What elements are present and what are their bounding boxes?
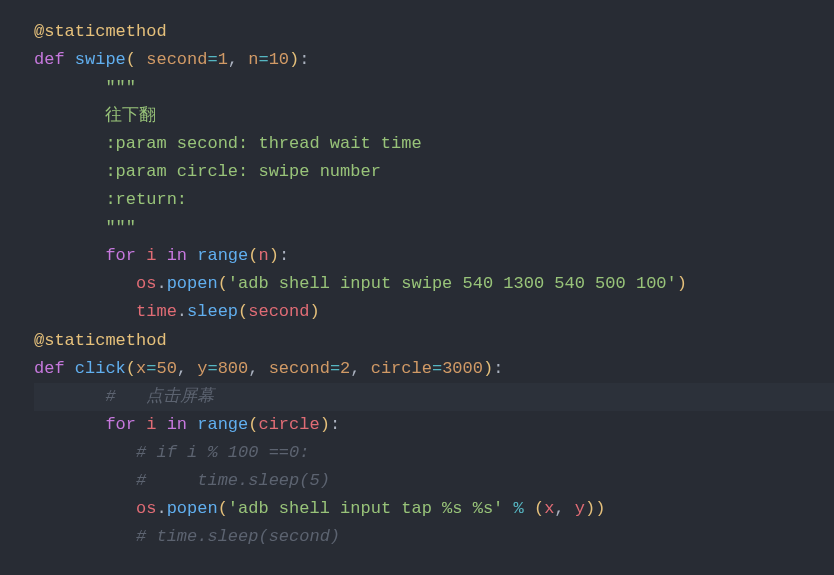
comment: # time.sleep(second)	[136, 527, 340, 546]
code-line[interactable]: os.popen('adb shell input swipe 540 1300…	[34, 270, 834, 298]
code-line[interactable]: os.popen('adb shell input tap %s %s' % (…	[34, 495, 834, 523]
decorator: @staticmethod	[34, 331, 167, 350]
code-line[interactable]: # time.sleep(5)	[34, 467, 834, 495]
decorator: @staticmethod	[34, 22, 167, 41]
docstring-text: :param second: thread wait time	[105, 134, 421, 153]
docstring-text: 往下翻	[105, 106, 156, 125]
code-line[interactable]: :param second: thread wait time	[34, 130, 834, 158]
code-line[interactable]: time.sleep(second)	[34, 298, 834, 326]
code-line[interactable]: :param circle: swipe number	[34, 158, 834, 186]
method-call: sleep	[187, 302, 238, 321]
code-line[interactable]: def swipe( second=1, n=10):	[34, 46, 834, 74]
keyword-in: in	[167, 415, 187, 434]
code-line[interactable]: """	[34, 214, 834, 242]
docstring-text: :param circle: swipe number	[105, 162, 380, 181]
keyword-def: def	[34, 359, 65, 378]
code-editor[interactable]: @staticmethod def swipe( second=1, n=10)…	[34, 18, 834, 551]
code-line[interactable]: for i in range(circle):	[34, 411, 834, 439]
code-line[interactable]: def click(x=50, y=800, second=2, circle=…	[34, 355, 834, 383]
close-paren: )	[289, 50, 299, 69]
code-line-highlighted[interactable]: # 点击屏幕	[34, 383, 834, 411]
method-call: popen	[167, 499, 218, 518]
docstring-text: :return:	[105, 190, 187, 209]
code-line[interactable]: @staticmethod	[34, 18, 834, 46]
code-line[interactable]: # time.sleep(second)	[34, 523, 834, 551]
comment: # time.sleep(5)	[136, 471, 330, 490]
parameter: n	[248, 50, 258, 69]
code-line[interactable]: # if i % 100 ==0:	[34, 439, 834, 467]
parameter: second	[136, 50, 207, 69]
method-call: popen	[167, 274, 218, 293]
docstring-quote: """	[105, 78, 136, 97]
open-paren: (	[126, 50, 136, 69]
function-name: swipe	[75, 50, 126, 69]
keyword-for: for	[105, 246, 136, 265]
code-line[interactable]: """	[34, 74, 834, 102]
function-name: click	[75, 359, 126, 378]
code-line[interactable]: @staticmethod	[34, 327, 834, 355]
code-line[interactable]: 往下翻	[34, 102, 834, 130]
string-literal: 'adb shell input swipe 540 1300 540 500 …	[228, 274, 677, 293]
keyword-def: def	[34, 50, 65, 69]
comment: # if i % 100 ==0:	[136, 443, 309, 462]
comment: # 点击屏幕	[105, 387, 214, 406]
keyword-in: in	[167, 246, 187, 265]
code-line[interactable]: for i in range(n):	[34, 242, 834, 270]
code-line[interactable]: :return:	[34, 186, 834, 214]
string-literal: 'adb shell input tap %s %s'	[228, 499, 503, 518]
keyword-for: for	[105, 415, 136, 434]
docstring-quote: """	[105, 218, 136, 237]
